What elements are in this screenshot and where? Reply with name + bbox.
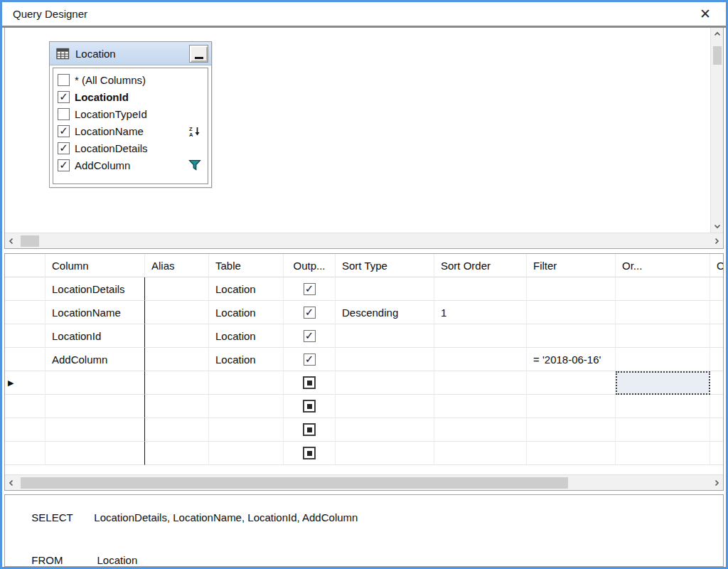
field-list-item[interactable]: LocationId Z A [55,88,205,105]
header-table[interactable]: Table [209,254,284,277]
cell-or-2[interactable] [710,301,723,324]
cell-column[interactable]: LocationId [46,324,145,348]
cell-filter[interactable]: = '2018-06-16' [527,348,616,371]
field-checkbox[interactable] [58,125,70,137]
header-output[interactable]: Outp... [284,254,336,277]
cell-sort-type[interactable] [336,371,434,395]
field-list-item[interactable]: LocationTypeId Z A [55,105,205,122]
cell-filter[interactable] [527,324,616,348]
cell-table[interactable]: Location [209,277,284,301]
cell-column[interactable]: LocationDetails [46,277,145,301]
horizontal-scroll-thumb[interactable] [21,477,568,489]
field-checkbox[interactable] [58,74,70,86]
row-selector[interactable] [5,348,46,371]
cell-filter[interactable] [527,301,616,324]
row-selector[interactable] [5,371,46,395]
field-checkbox[interactable] [58,91,70,103]
cell-filter[interactable] [527,277,616,301]
scroll-right-icon[interactable] [710,235,723,248]
cell-table[interactable] [209,442,284,465]
output-checkbox[interactable] [303,447,316,459]
cell-sort-order[interactable] [434,371,527,395]
diagram-vertical-scrollbar[interactable] [710,28,723,233]
cell-alias[interactable] [145,418,209,442]
minimize-table-button[interactable] [189,45,208,63]
close-icon[interactable]: ✕ [695,4,716,24]
header-filter[interactable]: Filter [527,254,616,277]
cell-or-1[interactable] [616,442,710,465]
scroll-up-icon[interactable] [711,28,724,41]
field-checkbox[interactable] [58,142,70,154]
scroll-right-icon[interactable] [710,477,723,489]
cell-alias[interactable] [145,348,209,371]
cell-sort-type[interactable] [336,324,434,348]
cell-alias[interactable] [145,442,209,465]
cell-or-1[interactable] [616,301,710,324]
cell-or-1[interactable] [616,371,710,395]
cell-table[interactable] [209,395,284,418]
table-card-location[interactable]: Location * (All Columns) Z A LocationId [49,41,212,188]
field-list-item[interactable]: LocationDetails Z A [55,139,205,156]
cell-or-2[interactable] [710,442,723,465]
output-checkbox[interactable] [303,400,316,413]
output-checkbox[interactable] [303,423,316,436]
output-checkbox[interactable] [304,307,316,319]
grid-horizontal-scrollbar[interactable] [5,474,723,490]
cell-table[interactable] [209,418,284,442]
cell-filter[interactable] [527,418,616,442]
field-checkbox[interactable] [58,108,70,120]
cell-alias[interactable] [145,371,209,395]
cell-column[interactable] [46,395,145,418]
header-sort-type[interactable]: Sort Type [336,254,434,277]
cell-column[interactable] [46,442,145,465]
cell-sort-type[interactable] [336,418,434,442]
cell-alias[interactable] [145,395,209,418]
field-checkbox[interactable] [58,159,70,171]
row-selector[interactable] [5,418,46,442]
cell-alias[interactable] [145,277,209,301]
cell-or-1[interactable] [616,324,710,348]
row-selector[interactable] [5,395,46,418]
cell-filter[interactable] [527,442,616,465]
header-column[interactable]: Column [46,254,145,277]
table-card-header[interactable]: Location [50,42,211,65]
cell-table[interactable]: Location [209,324,284,348]
header-sort-order[interactable]: Sort Order [434,254,527,277]
cell-column[interactable]: LocationName [46,301,145,324]
field-list-item[interactable]: AddColumn Z A [55,156,205,174]
row-selector[interactable] [5,277,46,301]
cell-sort-order[interactable] [434,324,527,348]
field-list-item[interactable]: LocationName Z A [55,122,205,139]
cell-alias[interactable] [145,324,209,348]
cell-column[interactable]: AddColumn [46,348,145,371]
sql-editor[interactable]: SELECTLocationDetails, LocationName, Loc… [4,494,724,567]
cell-or-1[interactable] [616,395,710,418]
cell-or-2[interactable] [710,324,723,348]
cell-or-2[interactable] [710,277,723,301]
cell-or-1[interactable] [616,348,710,371]
cell-or-2[interactable] [710,371,723,395]
scroll-left-icon[interactable] [5,235,18,248]
output-checkbox[interactable] [304,330,316,342]
cell-filter[interactable] [527,395,616,418]
cell-sort-type[interactable]: Descending [336,301,434,324]
row-selector[interactable] [5,442,46,465]
cell-sort-type[interactable] [336,348,434,371]
header-or-1[interactable]: Or... [616,254,710,277]
cell-column[interactable] [46,371,145,395]
cell-or-2[interactable] [710,348,723,371]
cell-sort-type[interactable] [336,395,434,418]
output-checkbox[interactable] [304,353,316,366]
vertical-scroll-thumb[interactable] [713,46,722,65]
scroll-left-icon[interactable] [5,477,18,489]
cell-table[interactable]: Location [209,301,284,324]
cell-sort-type[interactable] [336,442,434,465]
scroll-down-icon[interactable] [711,220,724,233]
cell-or-1[interactable] [616,418,710,442]
cell-table[interactable]: Location [209,348,284,371]
cell-sort-order[interactable] [434,277,527,301]
cell-or-2[interactable] [710,418,723,442]
header-or-2[interactable]: Or [710,254,723,277]
horizontal-scroll-thumb[interactable] [21,235,39,247]
cell-sort-order[interactable] [434,395,527,418]
